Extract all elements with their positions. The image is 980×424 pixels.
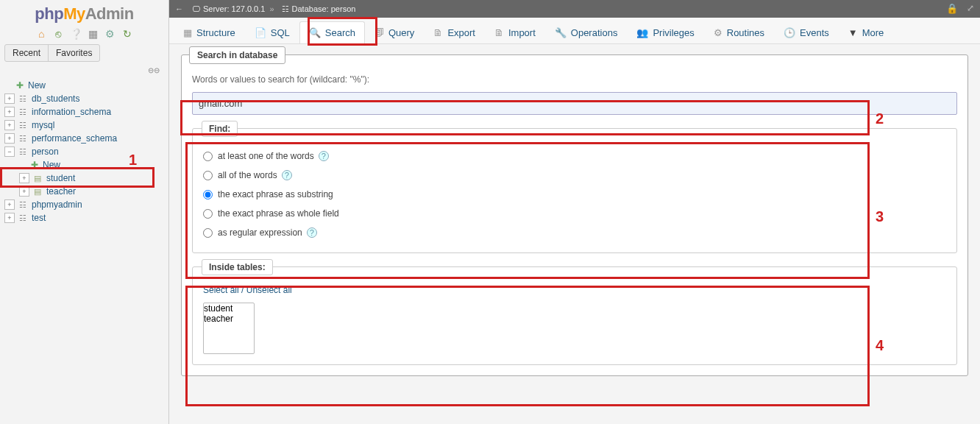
search-hint: Words or values to search for (wildcard:… — [192, 74, 957, 85]
sql-icon[interactable]: ▦ — [87, 28, 99, 40]
exit-icon[interactable]: ⎋ — [52, 28, 64, 40]
events-icon: 🕒 — [784, 27, 795, 38]
logo: phpMyAdmin — [0, 3, 168, 26]
sidebar: phpMyAdmin ⌂ ⎋ ❔ ▦ ⚙ ↻ Recent Favorites … — [0, 0, 169, 424]
tree-db-person[interactable]: ☷person — [3, 145, 166, 158]
find-option-2[interactable]: the exact phrase as substring — [203, 185, 946, 204]
find-legend: Find: — [202, 121, 238, 137]
tab-favorites[interactable]: Favorites — [48, 45, 99, 61]
home-icon[interactable]: ⌂ — [35, 28, 47, 40]
server-label: Server: — [203, 4, 229, 13]
tab-events[interactable]: 🕒Events — [774, 21, 839, 43]
privileges-icon: 👥 — [636, 27, 648, 38]
tables-select[interactable]: student teacher — [203, 303, 255, 354]
tree-table-student[interactable]: ▤student — [18, 172, 166, 185]
page-settings-icon[interactable]: ⤢ — [967, 3, 974, 13]
find-fieldset: Find: at least one of the words? all of … — [192, 128, 957, 253]
database-icon: ☷ — [17, 213, 29, 223]
sql-icon: 📄 — [255, 27, 266, 38]
inside-tables-fieldset: Inside tables: Select all / Unselect all… — [192, 266, 957, 365]
database-icon: ☷ — [17, 93, 29, 104]
unselect-all-link[interactable]: Unselect all — [246, 285, 292, 295]
table-icon: ▤ — [32, 173, 43, 183]
help-icon[interactable]: ? — [282, 170, 292, 180]
expand-icon[interactable] — [4, 133, 15, 144]
radio-exact-substring[interactable] — [203, 190, 213, 199]
radio-at-least-one[interactable] — [203, 152, 213, 161]
expand-icon[interactable] — [4, 93, 15, 104]
lock-icon[interactable]: 🔒 — [946, 3, 958, 14]
tree-person-children: ✚New ▤student ▤teacher — [3, 158, 166, 198]
help-icon[interactable]: ? — [319, 151, 329, 161]
database-icon: ☷ — [282, 4, 289, 14]
tab-routines[interactable]: ⚙Routines — [704, 21, 774, 43]
radio-exact-whole[interactable] — [203, 209, 213, 219]
panel-title: Search in database — [189, 46, 285, 64]
search-icon: 🔍 — [309, 27, 321, 38]
server-icon: 🖵 — [192, 4, 200, 13]
tree-new-table[interactable]: ✚New — [18, 158, 166, 172]
main-tabs: ▦Structure 📄SQL 🔍Search 🗐Query 🗎Export 🗎… — [169, 18, 980, 44]
expand-icon[interactable] — [4, 199, 15, 210]
inside-tables-legend: Inside tables: — [202, 259, 273, 275]
find-option-0[interactable]: at least one of the words? — [203, 146, 946, 166]
sidebar-tabs: Recent Favorites — [4, 44, 100, 62]
tab-export[interactable]: 🗎Export — [424, 21, 485, 43]
tree-db-phpmyadmin[interactable]: ☷phpmyadmin — [3, 198, 166, 211]
query-icon: 🗐 — [374, 27, 384, 38]
expand-icon[interactable] — [19, 186, 29, 197]
db-value[interactable]: person — [331, 4, 356, 13]
find-option-1[interactable]: all of the words? — [203, 166, 946, 185]
tab-query[interactable]: 🗐Query — [365, 21, 424, 43]
help-icon[interactable]: ? — [307, 227, 317, 238]
worksurface: Search in database Words or values to se… — [169, 44, 980, 424]
tab-structure[interactable]: ▦Structure — [174, 21, 245, 43]
tree-table-teacher[interactable]: ▤teacher — [18, 185, 166, 198]
breadcrumb-bar: ← 🖵 Server: 127.0.0.1 » ☷ Database: pers… — [169, 0, 980, 18]
db-tree: ✚New ☷db_students ☷information_schema ☷m… — [0, 77, 168, 226]
tree-db-db_students[interactable]: ☷db_students — [3, 92, 166, 105]
docs-icon[interactable]: ❔ — [70, 28, 82, 40]
tab-recent[interactable]: Recent — [5, 45, 48, 61]
expand-icon[interactable] — [19, 173, 29, 183]
tree-db-test[interactable]: ☷test — [3, 211, 166, 225]
radio-regex[interactable] — [203, 228, 213, 238]
find-option-3[interactable]: the exact phrase as whole field — [203, 204, 946, 223]
tab-more[interactable]: ▼More — [839, 21, 894, 43]
database-icon: ☷ — [17, 146, 29, 157]
reload-icon[interactable]: ↻ — [121, 28, 133, 40]
expand-icon[interactable] — [4, 213, 15, 223]
export-icon: 🗎 — [433, 27, 443, 38]
radio-all-words[interactable] — [203, 171, 213, 180]
tree-new[interactable]: ✚New — [3, 79, 166, 92]
tab-search[interactable]: 🔍Search — [299, 21, 365, 43]
tab-import[interactable]: 🗎Import — [485, 21, 545, 43]
database-icon: ☷ — [17, 120, 29, 130]
table-option-student[interactable]: student — [204, 303, 254, 314]
tree-db-information_schema[interactable]: ☷information_schema — [3, 105, 166, 119]
tab-privileges[interactable]: 👥Privileges — [627, 21, 703, 43]
new-db-icon: ✚ — [15, 80, 25, 91]
find-option-4[interactable]: as regular expression? — [203, 223, 946, 242]
tab-operations[interactable]: 🔧Operations — [545, 21, 628, 43]
server-value[interactable]: 127.0.0.1 — [232, 4, 266, 13]
structure-icon: ▦ — [183, 27, 192, 38]
import-icon: 🗎 — [494, 27, 504, 38]
expand-icon[interactable] — [4, 107, 15, 117]
routines-icon: ⚙ — [714, 27, 722, 38]
collapse-icon[interactable] — [4, 146, 15, 157]
select-all-link[interactable]: Select all — [203, 285, 239, 295]
collapse-icon[interactable]: ⊖⊖ — [148, 66, 160, 74]
expand-icon[interactable] — [4, 120, 15, 130]
table-option-teacher[interactable]: teacher — [204, 314, 254, 324]
tree-db-performance_schema[interactable]: ☷performance_schema — [3, 132, 166, 145]
tab-sql[interactable]: 📄SQL — [245, 21, 299, 43]
back-icon[interactable]: ← — [175, 4, 183, 13]
settings-icon[interactable]: ⚙ — [104, 28, 116, 40]
db-label: Database: — [292, 4, 329, 13]
tree-db-mysql[interactable]: ☷mysql — [3, 119, 166, 132]
search-input[interactable] — [192, 92, 957, 115]
breadcrumb-separator: » — [269, 4, 274, 13]
logo-my: My — [63, 4, 85, 23]
table-icon: ▤ — [32, 186, 43, 197]
